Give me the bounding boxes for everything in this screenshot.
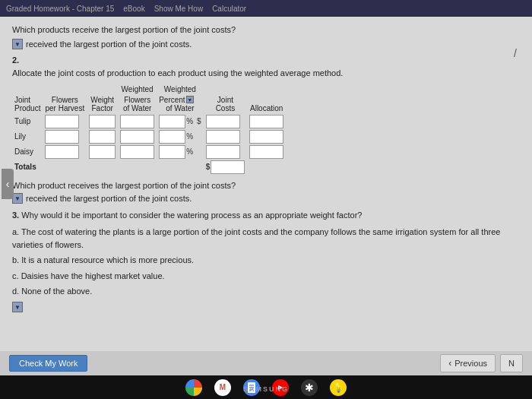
- th-allocation: Allocation: [247, 84, 286, 114]
- product-name: Lily: [12, 129, 43, 144]
- daisy-weight-input[interactable]: [89, 145, 116, 159]
- product-name: Daisy: [12, 144, 43, 160]
- q3-option-b: b. It is a natural resource which is mor…: [12, 254, 520, 267]
- previous-button[interactable]: ‹ Previous: [440, 354, 496, 372]
- daisy-joint-costs-input[interactable]: [206, 145, 240, 159]
- top-bar: Graded Homework - Chapter 15 eBook Show …: [0, 0, 532, 17]
- th-flowers-water: Flowers of Water: [118, 95, 157, 114]
- lily-joint-costs-input[interactable]: [206, 130, 240, 144]
- q3-option-a: a. The cost of watering the plants is a …: [12, 226, 520, 251]
- next-label: N: [508, 359, 515, 368]
- lily-wt-flowers-input[interactable]: [120, 130, 154, 144]
- tab-ebook[interactable]: eBook: [123, 5, 144, 13]
- tulip-weight-input[interactable]: [89, 115, 116, 128]
- daisy-pct-input[interactable]: [159, 145, 185, 159]
- q2-which-product-q: Which product receives the largest porti…: [12, 181, 520, 190]
- slash-mark: /: [514, 47, 517, 59]
- daisy-flowers-input[interactable]: [45, 145, 79, 159]
- q3-text: 3. Why would it be important to consider…: [12, 210, 520, 221]
- q2-number: 2.: [12, 55, 520, 65]
- q1-text: Which products receive the largest porti…: [12, 24, 520, 36]
- joint-cost-table: Joint Product Flowers per Harvest Weight…: [12, 84, 286, 175]
- tulip-allocation-input[interactable]: [249, 115, 283, 128]
- q2-answer-text: received the largest portion of the join…: [26, 194, 192, 203]
- lily-weight-input[interactable]: [89, 130, 116, 144]
- tulip-flowers-input[interactable]: [45, 115, 79, 128]
- q2-answer-row: ▼ received the largest portion of the jo…: [12, 193, 520, 204]
- q3-dropdown[interactable]: ▼: [12, 302, 23, 312]
- table-row: Lily %: [12, 129, 286, 144]
- daisy-wt-flowers-input[interactable]: [120, 145, 154, 159]
- q2-text: Allocate the joint costs of production t…: [12, 68, 520, 79]
- taskbar: M ▶ ✱ 💡 SAMSUNG: [0, 375, 532, 399]
- table-row-totals: Totals $: [12, 160, 286, 175]
- tulip-pct-input[interactable]: [159, 115, 185, 128]
- totals-label: Totals: [12, 160, 43, 175]
- tab-homework[interactable]: Graded Homework - Chapter 15: [6, 5, 114, 13]
- chrome-icon[interactable]: [185, 379, 202, 396]
- asterisk-icon[interactable]: ✱: [301, 379, 318, 396]
- left-nav-arrow[interactable]: ‹: [2, 169, 14, 199]
- th-weighted-top: Weighted: [118, 84, 157, 95]
- tulip-wt-flowers-input[interactable]: [120, 115, 154, 128]
- daisy-allocation-input[interactable]: [249, 145, 283, 159]
- tulip-joint-costs-input[interactable]: [206, 115, 240, 128]
- q1-answer-text: received the largest portion of the join…: [26, 40, 192, 49]
- lily-pct-input[interactable]: [159, 130, 185, 144]
- bottom-bar: Check My Work ‹ Previous N: [0, 351, 532, 375]
- tab-show-me-how[interactable]: Show Me How: [154, 5, 203, 13]
- q3-option-c: c. Daisies have the highest market value…: [12, 270, 520, 283]
- q2-dropdown[interactable]: ▼: [12, 193, 23, 204]
- bulb-icon[interactable]: 💡: [330, 379, 347, 396]
- table-row: Daisy %: [12, 144, 286, 160]
- gmail-icon[interactable]: M: [214, 379, 231, 396]
- th-pct-water: Percent ▼ of Water: [157, 95, 203, 114]
- table-row: Tulip % $: [12, 114, 286, 129]
- totals-joint-costs-input[interactable]: [211, 160, 245, 174]
- next-button[interactable]: N: [500, 354, 523, 372]
- joint-cost-table-container: Joint Product Flowers per Harvest Weight…: [12, 84, 520, 175]
- q1-dropdown[interactable]: ▼: [12, 39, 23, 49]
- th-joint-product: Joint Product: [12, 84, 43, 114]
- th-flowers-harvest: Flowers per Harvest: [43, 84, 87, 114]
- main-content: ‹ / Which products receive the largest p…: [0, 17, 532, 351]
- q3-question: Why would it be important to consider th…: [21, 211, 362, 220]
- pct-water-dropdown[interactable]: ▼: [186, 96, 194, 103]
- th-weight-factor: Weight Factor: [87, 84, 118, 114]
- previous-label: Previous: [454, 359, 487, 368]
- samsung-text: SAMSUNG: [243, 385, 289, 393]
- lily-allocation-input[interactable]: [249, 130, 283, 144]
- lily-flowers-input[interactable]: [45, 130, 79, 144]
- q1-answer-row: ▼ received the largest portion of the jo…: [12, 39, 520, 49]
- tab-calculator[interactable]: Calculator: [212, 5, 246, 13]
- product-name: Tulip: [12, 114, 43, 129]
- th-joint-costs: Joint Costs: [204, 84, 248, 114]
- q3-number: 3.: [12, 211, 19, 220]
- th-weighted-pct-top: Weighted: [157, 84, 203, 95]
- left-arrow-icon: ‹: [448, 358, 451, 369]
- q3-option-d: d. None of the above.: [12, 285, 520, 298]
- check-my-work-button[interactable]: Check My Work: [9, 355, 87, 372]
